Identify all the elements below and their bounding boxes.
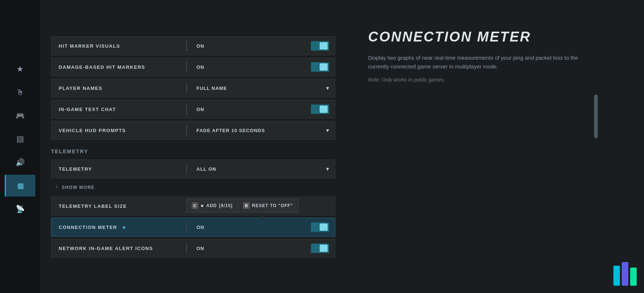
setting-label-vehicle-hud: VEHICLE HUD PROMPTS [51,128,183,133]
logo-decoration [613,262,637,286]
setting-value-connection-meter[interactable]: ON [191,222,335,232]
setting-value-telemetry[interactable]: ALL ON ▾ [191,166,335,172]
show-more-corner-icon: └ [55,185,59,190]
main-content: HIT MARKER VISUALS ON DAMAGE-BASED HIT M… [40,0,346,293]
divider [186,222,187,233]
controller-icon: 🎮 [16,111,25,120]
setting-label-hit-marker-visuals: HIT MARKER VISUALS [51,43,183,49]
right-panel-description: Display two graphs of near real-time mea… [368,54,594,71]
show-more-label: SHOW MORE [62,185,94,190]
divider [186,104,187,115]
setting-label-connection-meter: CONNECTION METER ★ [51,225,183,230]
setting-value-in-game-text-chat[interactable]: ON [191,104,335,114]
favorites-count: [8/15] [219,203,233,208]
divider [186,163,187,174]
telemetry-label-size-tooltip: C ★ Add [8/15] B Reset to "Off" [186,199,298,213]
chevron-down-icon: ▾ [326,127,329,133]
setting-value-hit-marker-visuals[interactable]: ON [191,41,335,51]
right-panel-note: Note: Only works in public games. [368,77,622,83]
sidebar-item-audio[interactable]: 🔊 [5,151,35,173]
toggle-in-game-text-chat[interactable] [311,104,329,114]
connection-meter-star-icon: ★ [122,225,126,230]
setting-label-in-game-text-chat: IN-GAME TEXT CHAT [51,107,183,112]
setting-label-damage-based: DAMAGE-BASED HIT MARKERS [51,64,183,70]
toggle-label-chat: ON [196,107,204,112]
dropdown-value-player-names: FULL NAME [196,86,227,91]
toggle-hit-marker-visuals[interactable] [311,41,329,51]
setting-label-telemetry-label-size: TELEMETRY LABEL SIZE [51,203,183,209]
telemetry-section-header: TELEMETRY [51,142,335,157]
chevron-down-icon: ▾ [326,85,329,91]
sidebar-item-interface[interactable]: ▤ [5,128,35,150]
sidebar: ★ 🖱 🎮 ▤ 🔊 ▦ 📡 [0,0,40,293]
network-icon: 📡 [16,205,25,213]
setting-row-vehicle-hud-prompts[interactable]: VEHICLE HUD PROMPTS FADE AFTER 10 SECOND… [51,121,335,140]
sidebar-item-controller[interactable]: 🎮 [5,105,35,127]
reset-label: Reset to "Off" [252,203,293,208]
right-panel: CONNECTION METER Display two graphs of n… [346,0,644,293]
hud-icon: ▦ [17,181,24,190]
setting-label-network-alert: NETWORK IN-GAME ALERT ICONS [51,246,183,251]
sidebar-item-hud[interactable]: ▦ [5,175,35,197]
dropdown-value-telemetry: ALL ON [196,166,216,172]
c-key-badge: C [192,202,198,209]
sidebar-item-mouse[interactable]: 🖱 [5,82,35,103]
add-favorite-label: Add [206,203,217,208]
add-star-icon: ★ [200,204,204,208]
logo-bar-3 [630,268,637,286]
setting-value-player-names[interactable]: FULL NAME ▾ [191,85,335,91]
setting-row-network-alert-icons[interactable]: NETWORK IN-GAME ALERT ICONS ON [51,239,335,258]
divider [186,243,187,254]
divider [186,83,187,94]
tooltip-arrow-down [259,217,265,219]
setting-label-player-names: PLAYER NAMES [51,86,183,91]
setting-label-telemetry: TELEMETRY [51,166,183,172]
toggle-label-hit-marker: ON [196,43,204,49]
c-key-label: C [194,203,197,208]
logo-bar-2 [622,262,628,286]
toggle-label-damage: ON [196,64,204,70]
logo-bar-1 [613,266,620,286]
sidebar-item-favorites[interactable]: ★ [5,58,35,80]
setting-value-vehicle-hud[interactable]: FADE AFTER 10 SECONDS ▾ [191,127,335,133]
interface-icon: ▤ [16,134,24,144]
b-key-label: B [245,203,248,208]
divider [186,125,187,136]
toggle-damage-based[interactable] [311,62,329,72]
setting-row-hit-marker-visuals[interactable]: HIT MARKER VISUALS ON [51,36,335,55]
chevron-down-icon: ▾ [326,166,329,172]
right-panel-title: CONNECTION METER [368,29,622,45]
reset-to-off-button[interactable]: B Reset to "Off" [238,199,298,213]
audio-icon: 🔊 [16,158,25,167]
mouse-icon: 🖱 [16,88,24,97]
divider [186,62,187,72]
setting-row-damage-based-hit-markers[interactable]: DAMAGE-BASED HIT MARKERS ON [51,58,335,76]
setting-value-network-alert[interactable]: ON [191,243,335,253]
setting-row-player-names[interactable]: PLAYER NAMES FULL NAME ▾ [51,79,335,98]
toggle-label-network-alert: ON [196,246,204,251]
show-more-row[interactable]: └ SHOW MORE [51,181,335,194]
toggle-label-connection-meter: ON [196,225,204,230]
setting-row-telemetry-label-size[interactable]: TELEMETRY LABEL SIZE C ★ Add [8/15] B [51,197,335,215]
setting-row-connection-meter[interactable]: CONNECTION METER ★ ON [51,218,335,237]
divider [186,40,187,51]
settings-list: HIT MARKER VISUALS ON DAMAGE-BASED HIT M… [51,36,335,258]
sidebar-item-network[interactable]: 📡 [5,198,35,220]
toggle-network-alert[interactable] [311,243,329,253]
dropdown-value-vehicle-hud: FADE AFTER 10 SECONDS [196,128,265,133]
setting-row-in-game-text-chat[interactable]: IN-GAME TEXT CHAT ON [51,100,335,119]
setting-row-telemetry[interactable]: TELEMETRY ALL ON ▾ [51,159,335,178]
toggle-connection-meter[interactable] [311,222,329,232]
add-favorite-button[interactable]: C ★ Add [8/15] [186,199,238,213]
b-key-badge: B [243,202,250,209]
star-icon: ★ [16,64,24,74]
setting-value-damage-based[interactable]: ON [191,62,335,72]
